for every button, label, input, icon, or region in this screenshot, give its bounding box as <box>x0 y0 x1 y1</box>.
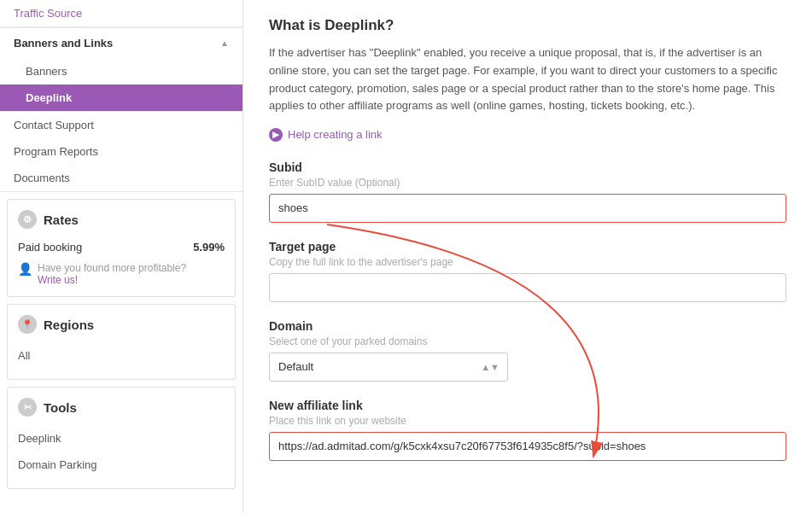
sidebar-regions-all[interactable]: All <box>18 342 225 369</box>
regions-box-header: 📍 Regions <box>18 315 225 334</box>
domain-select-wrap: Default ▲▼ <box>269 353 508 382</box>
sidebar-tools-domain-parking[interactable]: Domain Parking <box>18 452 225 478</box>
sidebar-tools-deeplink[interactable]: Deeplink <box>18 425 225 452</box>
sidebar-item-deeplink[interactable]: Deeplink <box>0 85 242 111</box>
rates-paid-booking-row: Paid booking 5.99% <box>18 237 225 257</box>
sidebar-banners-links-label: Banners and Links <box>14 37 113 50</box>
subid-input[interactable] <box>269 194 786 223</box>
domain-label: Domain <box>269 319 786 333</box>
page-title: What is Deeplink? <box>269 17 786 34</box>
sidebar-item-banners[interactable]: Banners <box>0 58 242 85</box>
domain-section: Domain Select one of your parked domains… <box>269 319 786 382</box>
person-icon: 👤 <box>18 262 32 276</box>
target-page-sublabel: Copy the full link to the advertiser's p… <box>269 256 786 268</box>
affiliate-link-section: New affiliate link Place this link on yo… <box>269 399 786 461</box>
paid-booking-label: Paid booking <box>18 241 82 254</box>
rates-icon: ⚙ <box>18 210 37 229</box>
sidebar-item-contact-support[interactable]: Contact Support <box>0 112 242 138</box>
subid-section: Subid Enter SubID value (Optional) <box>269 160 786 223</box>
subid-label: Subid <box>269 160 786 174</box>
affiliate-link-input[interactable] <box>269 432 786 461</box>
sidebar-banners-links-group[interactable]: Banners and Links ▲ <box>0 28 242 58</box>
rates-note-text: Have you found more profitable? <box>38 262 186 274</box>
domain-select[interactable]: Default <box>269 353 508 382</box>
rates-box-header: ⚙ Rates <box>18 210 225 229</box>
affiliate-link-label: New affiliate link <box>269 399 786 412</box>
paid-booking-value: 5.99% <box>193 241 225 254</box>
sidebar-item-program-reports[interactable]: Program Reports <box>0 138 242 165</box>
regions-title: Regions <box>44 318 94 332</box>
banners-links-arrow-icon: ▲ <box>220 38 229 48</box>
help-creating-link[interactable]: ▶ Help creating a link <box>269 128 383 142</box>
tools-title: Tools <box>44 400 77 415</box>
sidebar-item-documents[interactable]: Documents <box>0 165 242 191</box>
target-page-label: Target page <box>269 240 786 254</box>
help-link-label: Help creating a link <box>288 128 383 141</box>
rates-note: 👤 Have you found more profitable? Write … <box>18 262 225 286</box>
target-page-section: Target page Copy the full link to the ad… <box>269 240 786 302</box>
domain-sublabel: Select one of your parked domains <box>269 335 786 347</box>
target-page-input[interactable] <box>269 273 786 302</box>
sidebar-traffic-source[interactable]: Traffic Source <box>0 0 242 27</box>
rates-title: Rates <box>44 213 79 227</box>
affiliate-link-sublabel: Place this link on your website <box>269 415 786 427</box>
write-us-link[interactable]: Write us! <box>38 274 78 286</box>
deeplink-description: If the advertiser has "Deeplink" enabled… <box>269 44 781 115</box>
subid-sublabel: Enter SubID value (Optional) <box>269 177 786 189</box>
regions-icon: 📍 <box>18 315 37 334</box>
help-icon: ▶ <box>269 128 283 142</box>
tools-icon: ✂ <box>18 398 37 417</box>
tools-box-header: ✂ Tools <box>18 398 225 417</box>
